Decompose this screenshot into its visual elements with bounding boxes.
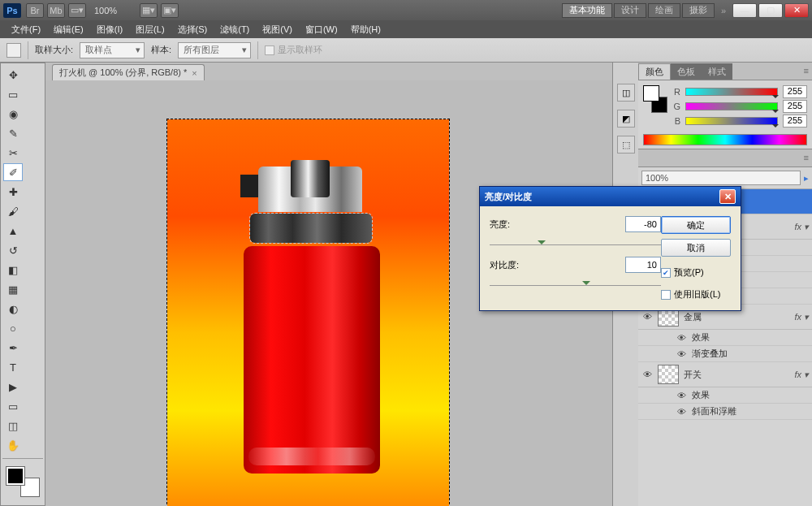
bridge-icon[interactable]: Br bbox=[26, 3, 44, 18]
b-slider[interactable] bbox=[685, 117, 778, 125]
contrast-input[interactable]: 10 bbox=[625, 257, 661, 273]
arrange-docs-icon[interactable]: ▦▾ bbox=[140, 3, 158, 18]
effect-row[interactable]: 👁效果 bbox=[638, 387, 812, 404]
panel-menu-icon[interactable]: ≡ bbox=[804, 153, 809, 162]
cancel-button[interactable]: 取消 bbox=[661, 239, 731, 257]
spectrum-ramp[interactable] bbox=[643, 134, 807, 145]
lasso-tool[interactable]: ◉ bbox=[3, 105, 23, 123]
sample-size-label: 取样大小: bbox=[35, 44, 73, 56]
layer-name[interactable]: 金属 bbox=[684, 311, 789, 323]
effect-row[interactable]: 👁斜面和浮雕 bbox=[638, 404, 812, 420]
extras-icon[interactable]: ▣▾ bbox=[161, 3, 179, 18]
dialog-close-button[interactable]: ✕ bbox=[719, 189, 736, 204]
tab-styles[interactable]: 样式 bbox=[702, 63, 732, 80]
menu-window[interactable]: 窗口(W) bbox=[299, 24, 344, 36]
document-tab[interactable]: 打火机 @ 100% (分界, RGB/8) * × bbox=[52, 64, 205, 80]
eyedropper-tool[interactable]: ✐ bbox=[3, 163, 23, 181]
crop-tool[interactable]: ✂ bbox=[3, 144, 23, 162]
dock-icon-3[interactable]: ⬚ bbox=[617, 136, 635, 154]
separator bbox=[257, 41, 258, 59]
menu-layer[interactable]: 图层(L) bbox=[129, 24, 171, 36]
fx-badge[interactable]: fx ▾ bbox=[794, 312, 809, 322]
gradient-tool[interactable]: ▦ bbox=[3, 280, 23, 298]
marquee-tool[interactable]: ▭ bbox=[3, 85, 23, 103]
show-sampling-ring-checkbox[interactable]: 显示取样环 bbox=[265, 44, 322, 56]
sample-label: 样本: bbox=[151, 44, 171, 56]
effect-row[interactable]: 👁渐变叠加 bbox=[638, 346, 812, 362]
ok-button[interactable]: 确定 bbox=[661, 216, 731, 234]
color-swatches[interactable] bbox=[6, 467, 39, 496]
workspace-photography[interactable]: 摄影 bbox=[682, 3, 715, 18]
close-doc-icon[interactable]: × bbox=[192, 68, 197, 78]
r-value[interactable]: 255 bbox=[783, 85, 807, 98]
foreground-color[interactable] bbox=[6, 467, 24, 485]
ps-logo: Ps bbox=[3, 3, 21, 18]
workspace-more-icon[interactable]: » bbox=[721, 6, 726, 15]
screen-mode-icon[interactable]: ▭▾ bbox=[68, 3, 86, 18]
b-value[interactable]: 255 bbox=[783, 115, 807, 128]
blur-tool[interactable]: ◐ bbox=[3, 300, 23, 318]
layer-thumb[interactable] bbox=[658, 365, 679, 384]
visibility-icon[interactable]: 👁 bbox=[641, 370, 653, 379]
effect-row[interactable]: 👁效果 bbox=[638, 330, 812, 346]
type-tool[interactable]: T bbox=[3, 358, 23, 376]
quick-mask-icon[interactable]: ◙ bbox=[3, 502, 23, 506]
visibility-icon[interactable]: 👁 bbox=[641, 312, 653, 322]
move-tool[interactable]: ✥ bbox=[3, 66, 23, 84]
menu-file[interactable]: 文件(F) bbox=[5, 24, 47, 36]
quick-select-tool[interactable]: ✎ bbox=[3, 124, 23, 142]
history-brush-tool[interactable]: ↺ bbox=[3, 241, 23, 259]
menu-select[interactable]: 选择(S) bbox=[171, 24, 214, 36]
brush-tool[interactable]: 🖌 bbox=[3, 202, 23, 220]
menu-image[interactable]: 图像(I) bbox=[90, 24, 129, 36]
layer-row[interactable]: 👁 开关 fx ▾ bbox=[638, 362, 812, 387]
opacity-combo[interactable]: 100% bbox=[641, 171, 801, 185]
shape-tool[interactable]: ▭ bbox=[3, 397, 23, 415]
minimize-button[interactable]: — bbox=[732, 3, 757, 18]
brightness-slider[interactable] bbox=[490, 237, 661, 245]
sample-combo[interactable]: 所有图层 bbox=[178, 42, 251, 58]
zoom-level[interactable]: 100% bbox=[94, 6, 135, 15]
tab-swatches[interactable]: 色板 bbox=[671, 63, 702, 80]
r-slider[interactable] bbox=[685, 88, 778, 96]
minibridge-icon[interactable]: Mb bbox=[47, 3, 65, 18]
3d-tool[interactable]: ◫ bbox=[3, 417, 23, 435]
g-slider[interactable] bbox=[685, 102, 778, 110]
heal-tool[interactable]: ✚ bbox=[3, 183, 23, 201]
dock-icon-2[interactable]: ◩ bbox=[617, 110, 635, 128]
menu-filter[interactable]: 滤镜(T) bbox=[214, 24, 256, 36]
contrast-label: 对比度: bbox=[490, 259, 538, 271]
color-swatch[interactable] bbox=[643, 85, 667, 113]
brightness-input[interactable]: -80 bbox=[625, 216, 661, 232]
menu-edit[interactable]: 编辑(E) bbox=[47, 24, 90, 36]
hand-tool[interactable]: ✋ bbox=[3, 436, 23, 454]
dock-icon-1[interactable]: ◫ bbox=[617, 84, 635, 102]
contrast-slider[interactable] bbox=[490, 278, 661, 286]
panel-menu-icon[interactable]: ≡ bbox=[804, 66, 809, 76]
legacy-checkbox[interactable]: 使用旧版(L) bbox=[661, 288, 731, 301]
g-value[interactable]: 255 bbox=[783, 100, 807, 113]
eyedropper-icon[interactable] bbox=[6, 43, 21, 58]
dialog-titlebar[interactable]: 亮度/对比度 ✕ bbox=[480, 187, 741, 206]
close-button[interactable]: ✕ bbox=[784, 3, 809, 18]
workspace-essentials[interactable]: 基本功能 bbox=[562, 3, 612, 18]
workspace-painting[interactable]: 绘画 bbox=[648, 3, 680, 18]
menu-help[interactable]: 帮助(H) bbox=[344, 24, 387, 36]
arrow-icon[interactable]: ▸ bbox=[804, 173, 809, 184]
fx-badge[interactable]: fx ▾ bbox=[794, 222, 809, 232]
path-select-tool[interactable]: ▶ bbox=[3, 378, 23, 396]
maximize-button[interactable]: ▢ bbox=[758, 3, 783, 18]
layer-name[interactable]: 开关 bbox=[684, 369, 789, 381]
dodge-tool[interactable]: ○ bbox=[3, 319, 23, 337]
stamp-tool[interactable]: ▲ bbox=[3, 222, 23, 240]
tools-panel: ✥ ▭ ◉ ✎ ✂ ✐ ✚ 🖌 ▲ ↺ ◧ ▦ ◐ ○ ✒ T ▶ ▭ ◫ ✋ … bbox=[0, 63, 45, 506]
fx-badge[interactable]: fx ▾ bbox=[794, 370, 809, 380]
workspace-design[interactable]: 设计 bbox=[614, 3, 646, 18]
canvas[interactable] bbox=[167, 119, 449, 506]
preview-checkbox[interactable]: ✔预览(P) bbox=[661, 266, 731, 279]
menu-view[interactable]: 视图(V) bbox=[256, 24, 299, 36]
eraser-tool[interactable]: ◧ bbox=[3, 261, 23, 279]
pen-tool[interactable]: ✒ bbox=[3, 339, 23, 357]
tab-color[interactable]: 颜色 bbox=[638, 63, 671, 80]
sample-size-combo[interactable]: 取样点 bbox=[80, 42, 145, 58]
